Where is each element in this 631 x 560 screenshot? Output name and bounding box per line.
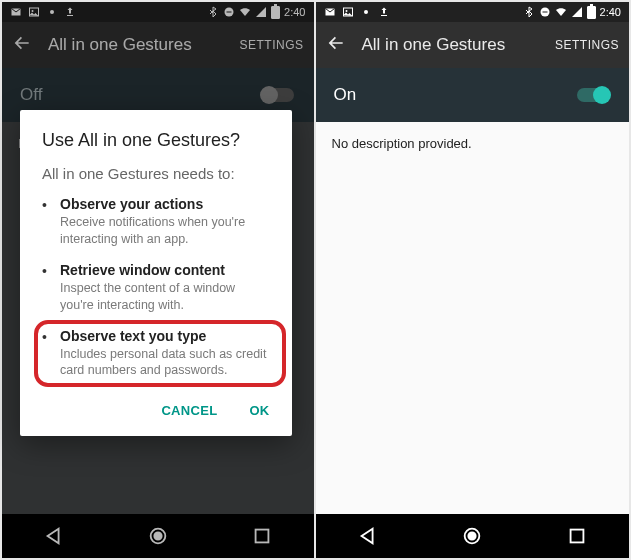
dialog-subtitle: All in one Gestures needs to:: [42, 165, 282, 182]
bullet-icon: •: [42, 196, 60, 248]
permission-desc: Includes personal data such as credit ca…: [60, 346, 272, 380]
permission-item: • Observe your actions Receive notificat…: [42, 196, 282, 248]
signal-icon: [571, 6, 583, 18]
upload-icon: [378, 6, 390, 18]
svg-rect-16: [542, 12, 547, 13]
permission-dialog: Use All in one Gestures? All in one Gest…: [20, 110, 292, 436]
nav-recents-button[interactable]: [566, 525, 588, 547]
svg-point-18: [469, 532, 476, 539]
wifi-icon: [555, 6, 567, 18]
permission-desc: Receive notifications when you're intera…: [60, 214, 272, 248]
permission-desc: Inspect the content of a window you're i…: [60, 280, 272, 314]
bullet-icon: •: [42, 262, 60, 314]
cancel-button[interactable]: CANCEL: [149, 393, 229, 428]
status-time: 2:40: [600, 6, 621, 18]
permission-item: • Retrieve window content Inspect the co…: [42, 262, 282, 314]
svg-rect-14: [381, 15, 387, 16]
bullet-icon: •: [42, 328, 60, 380]
bluetooth-icon: [523, 6, 535, 18]
permission-title: Observe your actions: [60, 196, 272, 212]
gmail-icon: [324, 6, 336, 18]
dialog-actions: CANCEL OK: [42, 393, 282, 428]
permission-title: Retrieve window content: [60, 262, 272, 278]
permission-item-highlighted: • Observe text you type Includes persona…: [42, 328, 282, 380]
app-title: All in one Gestures: [362, 35, 539, 55]
settings-icon: [360, 6, 372, 18]
nav-back-button[interactable]: [357, 525, 379, 547]
toggle-state-label: On: [334, 85, 357, 105]
permission-title: Observe text you type: [60, 328, 272, 344]
content-area: No description provided.: [316, 122, 630, 514]
phone-right: 2:40 All in one Gestures SETTINGS On No …: [316, 0, 632, 560]
settings-button[interactable]: SETTINGS: [555, 38, 619, 52]
phone-left: 2:40 All in one Gestures SETTINGS Off N …: [0, 0, 316, 560]
permission-list: • Observe your actions Receive notificat…: [42, 196, 282, 379]
status-bar: 2:40: [316, 2, 630, 22]
toggle-bar[interactable]: On: [316, 68, 630, 122]
nav-bar: [316, 514, 630, 558]
svg-point-13: [364, 10, 368, 14]
dialog-title: Use All in one Gestures?: [42, 130, 282, 151]
svg-rect-19: [570, 530, 583, 543]
dnd-icon: [539, 6, 551, 18]
battery-icon: [587, 6, 596, 19]
nav-home-button[interactable]: [461, 525, 483, 547]
image-icon: [342, 6, 354, 18]
app-bar: All in one Gestures SETTINGS: [316, 22, 630, 68]
ok-button[interactable]: OK: [237, 393, 281, 428]
back-button[interactable]: [326, 33, 346, 57]
back-arrow-icon: [326, 33, 346, 53]
toggle-switch[interactable]: [575, 85, 611, 105]
svg-point-12: [345, 10, 347, 12]
